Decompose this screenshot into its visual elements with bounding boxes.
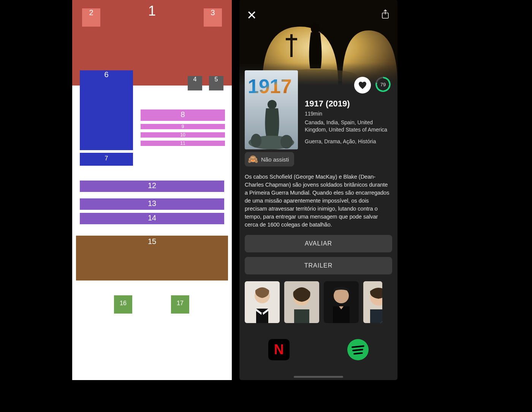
svg-point-7 [268, 100, 277, 109]
svg-rect-2 [286, 38, 297, 40]
cast-card[interactable] [245, 281, 280, 323]
trailer-button[interactable]: TRAILER [245, 257, 392, 274]
movie-title: 1917 (2019) [305, 99, 391, 109]
wf-label-close: 2 [82, 8, 100, 17]
netflix-icon[interactable]: N [268, 339, 290, 360]
trailer-button-label: TRAILER [304, 262, 333, 269]
wf-label-trailer: 14 [80, 213, 224, 222]
wf-label-hero: 1 [148, 3, 156, 19]
wf-label-rate: 13 [80, 198, 224, 208]
wf-label-runtime: 9 [141, 124, 225, 129]
cast-card[interactable] [363, 281, 382, 323]
wf-score: 5 [209, 76, 223, 90]
wf-countries: 10 [141, 132, 225, 138]
wf-label-watch: 7 [80, 153, 133, 162]
wf-trailer-btn: 14 [80, 213, 224, 224]
heart-icon [358, 81, 367, 89]
rate-button[interactable]: AVALIAR [245, 235, 392, 252]
svg-rect-1 [290, 34, 293, 57]
svg-point-10 [280, 135, 293, 149]
svg-point-3 [311, 23, 320, 34]
wf-label-prov1: 16 [114, 295, 132, 307]
svg-rect-14 [261, 313, 263, 321]
see-no-evil-icon: 🙈 [248, 154, 258, 164]
wf-rate-btn: 13 [80, 198, 224, 210]
movie-detail-screen: ✕ 79 [239, 0, 397, 380]
movie-runtime: 119min [305, 110, 391, 117]
cast-row[interactable] [245, 281, 397, 323]
wf-label-poster: 6 [80, 70, 133, 79]
wireframe-panel: 1 2 3 4 5 6 7 8 9 10 11 12 13 14 15 16 1 [72, 0, 232, 380]
movie-poster[interactable]: 1917 [245, 70, 298, 149]
movie-synopsis: Os cabos Schofield (George MacKay) e Bla… [245, 173, 392, 229]
poster-title-text: 1917 [248, 75, 292, 97]
svg-point-19 [334, 288, 349, 303]
watch-status-button[interactable]: 🙈 Não assisti [245, 152, 294, 166]
watch-status-label: Não assisti [261, 156, 289, 163]
wf-provider-2: 17 [171, 295, 189, 314]
score-badge: 79 [375, 77, 391, 92]
movie-countries: Canada, India, Spain, United Kingdom, Un… [305, 119, 391, 133]
svg-rect-23 [370, 309, 382, 323]
svg-rect-17 [294, 309, 309, 323]
wf-runtime: 9 [141, 124, 225, 129]
wf-label-countries: 10 [141, 132, 225, 138]
wf-cast-row: 15 [76, 236, 228, 280]
wf-label-share: 3 [204, 8, 222, 17]
close-glyph: ✕ [247, 8, 257, 22]
wf-genres: 11 [141, 141, 225, 146]
spotify-icon[interactable] [347, 339, 369, 360]
wf-poster: 6 [80, 70, 133, 150]
wf-watch-pill: 7 [80, 153, 133, 166]
wf-title: 8 [141, 109, 225, 121]
wf-label-genres: 11 [141, 141, 225, 146]
netflix-glyph: N [274, 342, 284, 358]
cast-card[interactable] [324, 281, 359, 323]
share-icon[interactable] [378, 8, 392, 21]
wf-close: 2 [82, 8, 100, 27]
wf-label-title: 8 [141, 109, 225, 119]
cast-card[interactable] [284, 281, 319, 323]
wf-synopsis: 12 [80, 181, 224, 192]
rate-button-label: AVALIAR [305, 240, 332, 247]
providers-row: N [239, 334, 397, 365]
wf-label-prov2: 17 [171, 295, 189, 307]
wf-label-cast: 15 [76, 236, 228, 246]
wf-label-heart: 4 [188, 76, 202, 83]
svg-point-9 [251, 134, 261, 147]
wf-heart: 4 [188, 76, 202, 90]
favorite-button[interactable] [354, 77, 371, 93]
wf-label-synopsis: 12 [80, 181, 224, 190]
close-icon[interactable]: ✕ [245, 8, 258, 22]
home-indicator [294, 376, 343, 378]
wf-share: 3 [204, 8, 222, 27]
wf-label-score: 5 [209, 76, 223, 83]
movie-meta: 1917 (2019) 119min Canada, India, Spain,… [305, 99, 391, 145]
wf-provider-1: 16 [114, 295, 132, 314]
movie-genres: Guerra, Drama, Ação, História [305, 138, 391, 145]
